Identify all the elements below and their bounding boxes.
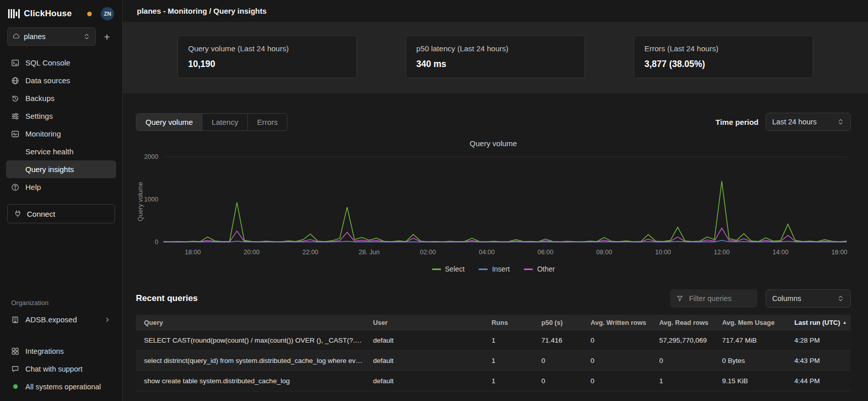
legend-label: Select xyxy=(445,265,465,273)
filter-queries-input-wrap[interactable] xyxy=(670,289,757,308)
cell-avg-read-rows: 0 xyxy=(654,351,717,371)
legend-item-other[interactable]: Other xyxy=(524,265,555,273)
sidebar-item-backups[interactable]: Backups xyxy=(6,89,116,107)
cell-avg-read-rows: 57,295,770,069 xyxy=(654,330,717,351)
sidebar-item-label: Monitoring xyxy=(25,129,61,138)
service-name: planes xyxy=(24,32,46,41)
sidebar-item-integrations[interactable]: Integrations xyxy=(6,343,116,359)
pulse-icon xyxy=(11,130,20,138)
sidebar-item-label: All systems operational xyxy=(25,383,101,391)
sidebar-item-label: Backups xyxy=(25,94,55,103)
connect-label: Connect xyxy=(27,210,55,218)
col-header-avg-mem-usage[interactable]: Avg. Mem Usage xyxy=(717,315,789,330)
main-panel: planes - Monitoring / Query insights Que… xyxy=(123,0,868,401)
legend-label: Other xyxy=(537,265,555,273)
col-header-last-run[interactable]: Last run (UTC)▲ xyxy=(789,315,851,330)
col-header-runs[interactable]: Runs xyxy=(486,315,536,330)
table-row[interactable]: show create table system.distributed_cac… xyxy=(136,371,851,391)
add-service-button[interactable]: + xyxy=(99,28,115,45)
svg-text:20:00: 20:00 xyxy=(243,249,260,256)
stat-value: 340 ms xyxy=(416,59,574,70)
cell-query: select distrinct(query_id) from system.d… xyxy=(136,351,368,371)
help-circle-icon xyxy=(11,183,20,191)
sidebar-footer: Integrations Chat with support All syste… xyxy=(6,343,116,395)
building-icon xyxy=(11,316,20,324)
clickhouse-logo-icon xyxy=(8,9,20,18)
svg-text:16:00: 16:00 xyxy=(831,249,848,256)
sidebar-item-service-health[interactable]: Service health xyxy=(6,143,116,160)
content: Query volume Latency Errors Time period … xyxy=(123,93,868,401)
stat-value: 10,190 xyxy=(188,59,346,70)
sort-asc-icon: ▲ xyxy=(843,320,847,325)
tab-errors[interactable]: Errors xyxy=(247,114,287,130)
sidebar-item-monitoring[interactable]: Monitoring xyxy=(6,125,116,143)
cell-avg-mem-usage: 717.47 MiB xyxy=(717,330,789,351)
legend-item-select[interactable]: Select xyxy=(432,265,465,273)
sidebar-item-query-insights[interactable]: Query insights xyxy=(6,160,116,178)
cell-user: default xyxy=(368,371,487,391)
cell-avg-mem-usage: 0 Bytes xyxy=(717,351,789,371)
avatar[interactable]: ZN xyxy=(101,7,114,20)
connect-button[interactable]: Connect xyxy=(7,204,115,223)
sidebar-item-label: Data sources xyxy=(25,76,70,85)
organization-section-label: Organization xyxy=(11,299,111,307)
tab-latency[interactable]: Latency xyxy=(202,114,247,130)
chart-title: Query volume xyxy=(136,139,851,148)
cell-runs: 1 xyxy=(486,371,536,391)
notification-dot[interactable] xyxy=(87,12,92,16)
columns-select[interactable]: Columns xyxy=(766,289,851,308)
time-period-select[interactable]: Last 24 hours xyxy=(766,113,851,131)
funnel-icon xyxy=(676,295,683,302)
chart-controls-row: Query volume Latency Errors Time period … xyxy=(136,113,851,131)
grid-icon xyxy=(11,347,20,355)
stat-label: Errors (Last 24 hours) xyxy=(644,44,803,53)
service-selector[interactable]: planes xyxy=(7,27,96,46)
time-period-control: Time period Last 24 hours xyxy=(715,113,851,131)
tab-query-volume[interactable]: Query volume xyxy=(136,114,202,130)
cell-avg-written-rows: 0 xyxy=(586,330,654,351)
cell-runs: 1 xyxy=(486,330,536,351)
svg-text:06:00: 06:00 xyxy=(537,249,554,256)
sidebar-item-system-status[interactable]: All systems operational xyxy=(6,378,116,395)
col-header-user[interactable]: User xyxy=(368,315,487,330)
table-row[interactable]: select distrinct(query_id) from system.d… xyxy=(136,351,851,371)
cell-user: default xyxy=(368,330,487,351)
recent-queries-controls: Columns xyxy=(670,289,851,308)
brand-name: ClickHouse xyxy=(24,9,72,19)
col-header-avg-written-rows[interactable]: Avg. Written rows xyxy=(586,315,654,330)
chevron-up-down-icon xyxy=(837,295,844,302)
svg-text:18:00: 18:00 xyxy=(185,249,201,256)
terminal-icon xyxy=(11,59,20,67)
sidebar-item-sql-console[interactable]: SQL Console xyxy=(6,54,116,72)
sidebar-item-data-sources[interactable]: Data sources xyxy=(6,72,116,89)
stat-card-p50-latency: p50 latency (Last 24 hours) 340 ms xyxy=(406,36,585,78)
svg-text:12:00: 12:00 xyxy=(714,249,730,256)
cell-p50: 71.416 xyxy=(536,330,586,351)
cell-avg-mem-usage: 9.15 KiB xyxy=(717,371,789,391)
table-row[interactable]: SELECT CAST(round(pow(count() / max(coun… xyxy=(136,330,851,351)
filter-queries-input[interactable] xyxy=(688,294,748,303)
sidebar-item-settings[interactable]: Settings xyxy=(6,107,116,125)
cell-query: show create table system.distributed_cac… xyxy=(136,371,368,391)
legend-swatch xyxy=(432,269,441,270)
y-axis-label: Query volume xyxy=(137,182,144,221)
sidebar-item-help[interactable]: Help xyxy=(6,178,116,196)
organization-item[interactable]: ADSB.exposed xyxy=(6,311,116,328)
col-header-query[interactable]: Query xyxy=(136,315,368,330)
stat-label: Query volume (Last 24 hours) xyxy=(188,44,346,53)
stat-card-errors: Errors (Last 24 hours) 3,877 (38.05%) xyxy=(634,36,813,78)
col-header-avg-read-rows[interactable]: Avg. Read rows xyxy=(654,315,717,330)
svg-text:10:00: 10:00 xyxy=(655,249,671,256)
svg-text:2000: 2000 xyxy=(144,153,158,160)
service-icon xyxy=(13,33,20,40)
svg-text:22:00: 22:00 xyxy=(302,249,318,256)
plug-icon xyxy=(14,210,22,218)
table-header-row: Query User Runs p50 (s) Avg. Written row… xyxy=(136,315,851,330)
legend-item-insert[interactable]: Insert xyxy=(479,265,510,273)
sidebar-item-label: Integrations xyxy=(25,347,64,355)
time-period-label: Time period xyxy=(715,118,758,126)
sidebar: ClickHouse ZN planes + SQL Console Data … xyxy=(0,0,123,401)
col-header-p50[interactable]: p50 (s) xyxy=(536,315,586,330)
sidebar-item-chat-support[interactable]: Chat with support xyxy=(6,360,116,377)
globe-icon xyxy=(11,77,20,85)
